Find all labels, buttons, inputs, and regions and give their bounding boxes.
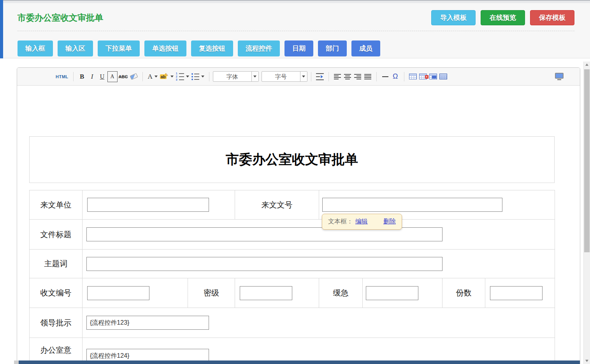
chevron-down-icon [186,76,189,77]
scrollbar-thumb[interactable] [584,69,590,252]
font-size-select[interactable]: 字号 [262,71,307,82]
table-row: 来文单位 来文文号 [30,190,555,220]
underline-button[interactable]: U [97,71,107,82]
bottom-edge-gray-block [14,360,19,364]
monitor-icon [555,73,564,79]
delete-table-button[interactable] [418,71,428,82]
vertical-scrollbar[interactable] [583,62,590,364]
html-source-button[interactable]: HTML [54,71,70,82]
align-left-icon [334,74,341,79]
input-incoming-doc-number[interactable] [322,198,502,212]
align-center-button[interactable] [342,71,353,82]
document-title: 市委办公室收文审批单 [226,151,358,169]
row-properties-icon [439,74,447,79]
font-size-dropdown-button[interactable] [300,72,307,81]
input-subject-words[interactable] [86,257,442,271]
widget-button-textarea[interactable]: 输入区 [58,40,93,56]
label-subject-words: 主题词 [30,250,83,278]
editor-content[interactable]: 市委办公室收文审批单 来文单位 来文文号 文件标题 主题词 收文 [17,86,580,364]
insert-table-button[interactable] [408,71,418,82]
fullscreen-button[interactable] [555,73,564,80]
align-left-button[interactable] [332,71,342,82]
input-incoming-unit[interactable] [87,198,209,212]
special-character-button[interactable]: Ω [390,71,400,82]
scroll-down-icon[interactable] [585,360,588,362]
chevron-down-icon [170,76,174,77]
font-family-select[interactable]: 字体 [213,71,259,82]
highlight-color-button[interactable]: ab✎ [159,71,175,82]
bullet-list-icon [191,73,199,80]
eraser-icon [130,73,138,80]
chevron-down-icon [201,76,204,77]
label-copies: 份数 [442,278,485,308]
widget-button-member[interactable]: 成员 [351,40,380,56]
input-copies[interactable] [490,286,543,300]
edit-link[interactable]: 编辑 [355,218,368,225]
table-row: 文件标题 [30,220,555,250]
row-properties-button[interactable] [438,71,448,82]
online-preview-button[interactable]: 在线预览 [481,10,525,25]
table-row: 办公室意 [30,338,555,364]
widget-button-flow-control[interactable]: 流程控件 [238,40,280,56]
italic-button[interactable]: I [87,71,97,82]
widget-button-input-box[interactable]: 输入框 [18,40,53,56]
scroll-up-icon[interactable] [585,63,588,66]
chevron-down-icon [302,76,305,77]
label-incoming-doc-number: 来文文号 [235,190,319,220]
document-form-table: 来文单位 来文文号 文件标题 主题词 收文编号 密级 缓急 份数 [29,190,555,364]
toolbar-separator [404,72,404,81]
toolbar-separator [311,72,311,81]
input-urgency[interactable] [366,286,418,300]
label-document-title: 文件标题 [30,220,83,250]
bottom-edge-blue-bar [19,360,580,364]
top-window-edge [0,0,590,3]
delete-link[interactable]: 删除 [383,218,396,225]
label-incoming-unit: 来文单位 [30,190,83,220]
widget-button-row: 输入框 输入区 下拉菜单 单选按钮 复选按钮 流程控件 日期 部门 成员 [3,31,590,56]
eraser-button[interactable] [129,71,139,82]
page-title: 市委办公室收文审批单 [18,12,103,24]
align-right-button[interactable] [353,71,363,82]
indent-icon [316,73,324,80]
widget-button-checkbox[interactable]: 复选按钮 [191,40,233,56]
align-right-icon [354,74,361,79]
table-row: 主题词 [30,250,555,278]
import-template-button[interactable]: 导入模板 [431,10,476,25]
header-actions: 导入模板 在线预览 保存模板 [431,10,574,25]
font-style-box-button[interactable]: A [107,71,118,82]
table-row: 收文编号 密级 缓急 份数 [30,278,555,308]
label-urgency: 缓急 [319,278,363,308]
indent-button[interactable] [315,71,325,82]
align-justify-icon [364,74,371,79]
label-security-level: 密级 [188,278,235,308]
bullet-list-button[interactable] [190,71,205,82]
widget-button-dropdown[interactable]: 下拉菜单 [98,40,140,56]
left-page-background-strip [0,0,3,58]
font-family-value: 字体 [213,72,251,81]
document-title-box: 市委办公室收文审批单 [29,136,555,183]
widget-button-date[interactable]: 日期 [284,40,313,56]
cell-properties-button[interactable] [428,71,438,82]
ordered-list-button[interactable]: 1 2 3 [175,71,190,82]
font-color-button[interactable]: A [146,71,158,82]
editor-toolbar: HTML B I U A ABC A ab✎ 1 2 3 字体 [17,68,580,86]
ordered-list-icon: 1 2 3 [176,72,184,81]
chevron-down-icon [155,76,158,77]
font-family-dropdown-button[interactable] [251,72,258,81]
widget-button-department[interactable]: 部门 [318,40,347,56]
input-leader-comments-flow-control[interactable] [86,316,209,330]
toolbar-separator [376,72,377,81]
bold-button[interactable]: B [77,71,87,82]
horizontal-rule-button[interactable] [380,71,390,82]
input-receipt-number[interactable] [87,286,149,300]
strikethrough-button[interactable]: ABC [118,71,129,82]
save-template-button[interactable]: 保存模板 [530,10,574,25]
align-center-icon [344,74,351,79]
tooltip-prefix: 文本框： [328,218,353,225]
input-security-level[interactable] [240,286,292,300]
toolbar-separator [73,72,74,81]
widget-button-radio[interactable]: 单选按钮 [144,40,186,56]
font-color-icon: A [148,73,152,81]
chevron-down-icon [253,76,256,77]
align-justify-button[interactable] [363,71,373,82]
